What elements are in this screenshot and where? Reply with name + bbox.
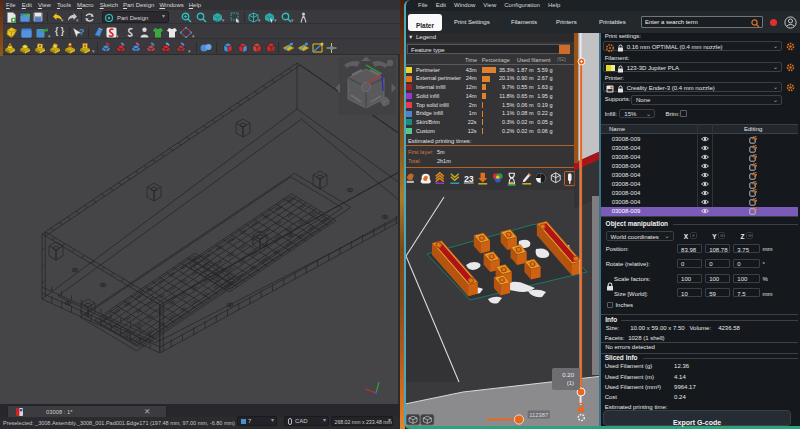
svg-text:0.20: 0.20: [562, 372, 574, 378]
svg-text:(1): (1): [567, 380, 574, 386]
svg-text:?: ?: [79, 27, 85, 37]
svg-text:23: 23: [464, 174, 474, 184]
svg-text:112387: 112387: [529, 412, 548, 418]
